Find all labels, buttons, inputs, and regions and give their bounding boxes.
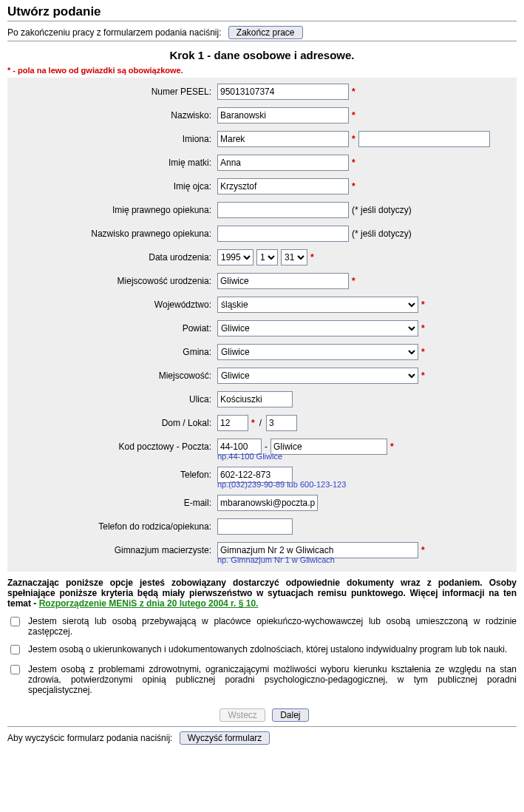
province-select[interactable]: śląskie: [217, 297, 418, 313]
required-star: *: [421, 545, 425, 555]
required-star: *: [352, 110, 355, 121]
label-mother: Imię matki:: [12, 158, 217, 168]
street-input[interactable]: [217, 391, 293, 407]
orphan-checkbox[interactable]: [10, 617, 20, 626]
required-star: *: [352, 181, 355, 192]
district-select[interactable]: Gliwice: [217, 320, 418, 336]
required-star: *: [421, 323, 425, 334]
required-star: *: [352, 158, 355, 168]
label-names: Imiona:: [12, 134, 217, 144]
label-surname: Nazwisko:: [12, 110, 217, 121]
firstname-input[interactable]: [217, 131, 349, 147]
apt-input[interactable]: [266, 415, 297, 431]
health-text: Jestem osobą z problemami zdrowotnymi, o…: [28, 664, 517, 695]
mother-input[interactable]: [217, 155, 349, 171]
label-guardian-phone: Telefon do rodzica/opiekuna:: [12, 521, 217, 532]
regulation-link[interactable]: Rozporządzenie MENiS z dnia 20 lutego 20…: [39, 598, 259, 609]
label-father: Imię ojca:: [12, 181, 217, 192]
if-applies-text: (* jeśli dotyczy): [352, 229, 412, 239]
label-guardian-last: Nazwisko prawnego opiekuna:: [12, 229, 217, 239]
label-locality: Miejscowość:: [12, 371, 217, 381]
bottom-instruction-row: Aby wyczyścic formularz podania naciśnij…: [7, 731, 517, 745]
clear-instruction-text: Aby wyczyścic formularz podania naciśnij…: [7, 733, 172, 743]
birth-year-select[interactable]: 1995: [217, 249, 254, 265]
label-email: E-mail:: [12, 498, 217, 508]
slash-separator: /: [258, 418, 263, 428]
nav-buttons: Wstecz Dalej: [7, 708, 517, 722]
label-pesel: Numer PESEL:: [12, 87, 217, 97]
label-commune: Gmina:: [12, 347, 217, 357]
pesel-input[interactable]: [217, 84, 349, 100]
divider: [7, 21, 517, 21]
label-street: Ulica:: [12, 394, 217, 405]
required-star: *: [390, 441, 394, 452]
required-star: *: [421, 371, 425, 381]
top-instruction-text: Po zakończeniu pracy z formularzem podan…: [7, 27, 221, 38]
required-note: * - pola na lewo od gwiazdki są obowiązk…: [7, 66, 517, 75]
talented-checkbox[interactable]: [10, 645, 20, 654]
label-guardian-first: Imię prawnego opiekuna:: [12, 205, 217, 215]
if-applies-text: (* jeśli dotyczy): [352, 205, 412, 215]
label-school: Gimnazjum macierzyste:: [12, 545, 217, 555]
guardian-phone-input[interactable]: [217, 518, 293, 535]
house-input[interactable]: [217, 415, 248, 431]
surname-input[interactable]: [217, 107, 349, 124]
guardian-last-input[interactable]: [217, 226, 349, 242]
label-district: Powiat:: [12, 323, 217, 334]
phone-hint: np.(032)239-90-89 lub 600-123-123: [217, 480, 512, 489]
required-star: *: [421, 300, 425, 310]
guardian-first-input[interactable]: [217, 202, 349, 218]
page-title: Utwórz podanie: [7, 4, 517, 19]
required-star: *: [352, 276, 355, 286]
label-postcode: Kod pocztowy - Poczta:: [12, 441, 217, 452]
commune-select[interactable]: Gliwice: [217, 344, 418, 360]
label-phone: Telefon:: [12, 470, 217, 480]
required-star: *: [352, 87, 355, 97]
postcity-input[interactable]: [270, 439, 387, 455]
step-heading: Krok 1 - dane osobowe i adresowe.: [7, 49, 517, 61]
birth-place-input[interactable]: [217, 273, 349, 289]
required-star: *: [251, 418, 255, 428]
form-area: Numer PESEL: * Nazwisko: * Imiona: * Imi…: [7, 78, 517, 572]
options-intro: Zaznaczając poniższe opcje jesteś zobowi…: [7, 578, 517, 609]
required-star: *: [352, 134, 355, 144]
label-birth-place: Miejscowość urodzenia:: [12, 276, 217, 286]
divider: [7, 726, 517, 727]
locality-select[interactable]: Gliwice: [217, 368, 418, 384]
label-province: Województwo:: [12, 300, 217, 310]
top-instruction-row: Po zakończeniu pracy z formularzem podan…: [7, 26, 517, 39]
label-birth-date: Data urodzenia:: [12, 252, 217, 263]
back-button: Wstecz: [220, 708, 265, 722]
secondname-input[interactable]: [358, 131, 490, 147]
next-button[interactable]: Dalej: [272, 708, 308, 722]
father-input[interactable]: [217, 178, 349, 194]
clear-button[interactable]: Wyczyść formularz: [180, 731, 270, 745]
email-input[interactable]: [217, 495, 318, 511]
birth-month-select[interactable]: 1: [256, 249, 278, 265]
label-house: Dom / Lokal:: [12, 418, 217, 428]
talented-text: Jestem osobą o ukierunkowanych i udokume…: [28, 644, 507, 654]
birth-day-select[interactable]: 31: [281, 249, 307, 265]
divider: [7, 41, 517, 41]
health-checkbox[interactable]: [10, 665, 20, 674]
finish-button[interactable]: Zakończ prace: [228, 26, 303, 39]
orphan-text: Jestem sierotą lub osobą przebywającą w …: [28, 616, 517, 637]
required-star: *: [421, 347, 425, 357]
dash-separator: -: [265, 441, 268, 452]
required-star: *: [310, 252, 314, 263]
